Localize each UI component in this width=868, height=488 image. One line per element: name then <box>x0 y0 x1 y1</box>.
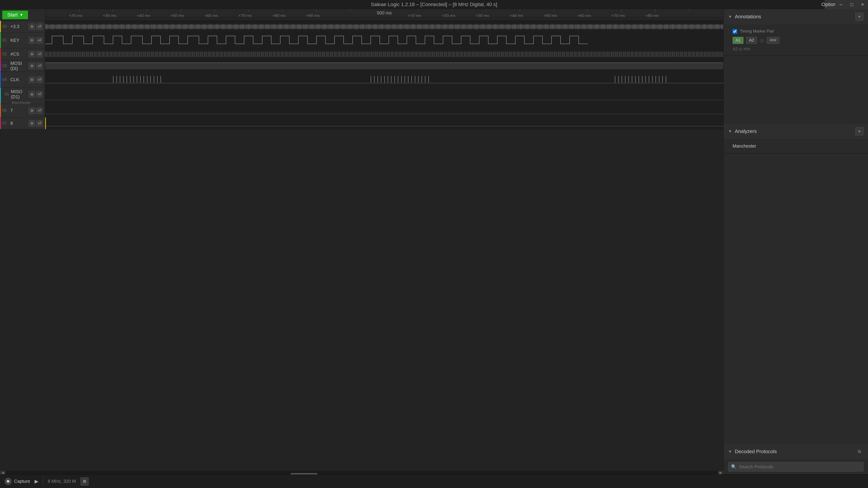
channel-label-4: 04 CLK ⚙ +F <box>0 72 45 88</box>
channel-waveform-7 <box>45 118 723 129</box>
channel-gear-3[interactable]: ⚙ <box>29 63 35 69</box>
channel-gear-1[interactable]: ⚙ <box>29 37 35 43</box>
channel-marker-1 <box>0 33 1 48</box>
options-button[interactable]: Options <box>825 0 835 9</box>
channel-marker-6 <box>0 104 1 117</box>
analyzers-section: ▼ Analyzers + Manchester <box>723 124 868 153</box>
statusbar: ⏺ Capture ▶ 8 MHz, 320 M ⚙ <box>0 475 868 488</box>
svg-text:+50 ms: +50 ms <box>170 13 184 17</box>
channel-waveform-5 <box>45 88 723 104</box>
channel-plus-1[interactable]: +F <box>36 37 43 43</box>
svg-text:+80 ms: +80 ms <box>645 13 659 17</box>
svg-rect-70 <box>428 76 429 83</box>
svg-rect-51 <box>157 76 158 83</box>
hash-display: ### <box>767 37 779 44</box>
svg-rect-75 <box>628 76 629 83</box>
channel-plus-5[interactable]: +F <box>36 91 43 97</box>
svg-rect-63 <box>405 76 405 83</box>
svg-rect-76 <box>632 76 632 83</box>
channel-gear-0[interactable]: ⚙ <box>29 24 35 30</box>
svg-rect-64 <box>408 76 408 83</box>
channel-label-5: 05 MISO (D1) ⚙ +F Manchester · Mancheste… <box>0 88 45 104</box>
search-icon: 🔍 <box>731 464 737 469</box>
spacer-2 <box>723 153 868 444</box>
maximize-button[interactable]: □ <box>846 0 857 9</box>
search-protocols-input[interactable] <box>739 464 861 469</box>
minimize-button[interactable]: – <box>835 0 846 9</box>
svg-rect-47 <box>144 76 144 83</box>
channel-marker-5 <box>0 88 1 104</box>
svg-text:+40 ms: +40 ms <box>137 13 150 17</box>
svg-rect-71 <box>615 76 615 83</box>
svg-rect-73 <box>622 76 622 83</box>
a1-button[interactable]: A1 <box>733 37 743 44</box>
close-button[interactable]: × <box>857 0 868 9</box>
channel-plus-2[interactable]: +F <box>36 51 43 57</box>
channel-gear-5[interactable]: ⚙ <box>29 91 35 97</box>
svg-rect-81 <box>649 76 649 83</box>
channel-row-2: 02 #CS ⚙ +F <box>0 49 723 60</box>
svg-rect-38 <box>113 76 114 83</box>
ruler-svg: +20 ms +30 ms +40 ms +50 ms +60 ms +70 m… <box>45 9 723 17</box>
channel-label-6: 06 7 ⚙ +F <box>0 104 45 117</box>
channel-marker-7 <box>0 118 1 129</box>
svg-rect-78 <box>639 76 639 83</box>
right-panel: ▼ Annotations + Timing Marker Pair A1 A2… <box>723 9 868 475</box>
analyzers-content: Manchester <box>723 139 868 153</box>
channel-gear-6[interactable]: ⚙ <box>29 108 35 114</box>
channel-plus-7[interactable]: +F <box>36 120 43 127</box>
svg-rect-74 <box>625 76 625 83</box>
channel-waveform-1 <box>45 33 723 49</box>
channel-row-4: 04 CLK ⚙ +F <box>0 72 723 88</box>
channel-gear-4[interactable]: ⚙ <box>29 77 35 83</box>
channel-plus-6[interactable]: +F <box>36 108 43 114</box>
svg-text:+10 ms: +10 ms <box>408 13 422 17</box>
search-protocols-box: 🔍 <box>728 462 864 471</box>
svg-rect-50 <box>154 76 154 83</box>
svg-rect-67 <box>418 76 418 83</box>
titlebar-controls: Options – □ × <box>825 0 868 9</box>
channel-plus-0[interactable]: +F <box>36 24 43 30</box>
svg-rect-72 <box>618 76 619 83</box>
channel-waveform-3 <box>45 60 723 72</box>
decoded-protocols-settings-button[interactable]: ⚙ <box>855 448 864 456</box>
svg-rect-42 <box>127 76 127 83</box>
decoded-protocols-header[interactable]: ▼ Decoded Protocols ⚙ <box>723 444 868 459</box>
channel-gear-7[interactable]: ⚙ <box>29 120 35 127</box>
channel-marker-4 <box>0 72 1 88</box>
playhead-line <box>45 118 46 129</box>
svg-text:+40 ms: +40 ms <box>510 13 523 17</box>
analyzers-header[interactable]: ▼ Analyzers + <box>723 124 868 139</box>
channel-area: Start ▼ 500 ms <box>0 9 723 475</box>
title-text: Saleae Logic 1.2.18 – [Connected] – [8 M… <box>371 2 497 7</box>
svg-rect-37 <box>45 83 723 84</box>
svg-text:+20 ms: +20 ms <box>442 13 456 17</box>
channel-plus-3[interactable]: +F <box>36 63 43 69</box>
channel-waveform-6 <box>45 104 723 118</box>
a2-button[interactable]: A2 <box>746 37 757 44</box>
capture-button[interactable]: ⏺ Capture <box>4 478 30 485</box>
channel-waveform-2 <box>45 49 723 60</box>
channel-gear-2[interactable]: ⚙ <box>29 51 35 57</box>
svg-rect-56 <box>381 76 381 83</box>
timing-marker-row: Timing Marker Pair <box>728 27 864 35</box>
svg-rect-77 <box>635 76 636 83</box>
annotations-add-button[interactable]: + <box>855 13 864 21</box>
scroll-left-arrow[interactable]: ◀ <box>0 471 5 475</box>
timing-marker-checkbox[interactable] <box>733 29 737 34</box>
decoded-protocols-title: Decoded Protocols <box>735 449 854 455</box>
svg-rect-53 <box>371 76 371 83</box>
channel-plus-4[interactable]: +F <box>36 77 43 83</box>
annotations-header[interactable]: ▼ Annotations + <box>723 9 868 24</box>
capture-settings-button[interactable]: ⚙ <box>81 477 89 486</box>
capture-forward-button[interactable]: ▶ <box>35 479 38 484</box>
toolbar-row: Start ▼ 500 ms <box>0 9 723 21</box>
timing-marker-label: Timing Marker Pair <box>740 29 774 34</box>
channel-waveform-4 <box>45 72 723 88</box>
channel-row-3: 03 MOSI (DI) ⚙ +F <box>0 60 723 72</box>
svg-rect-85 <box>662 76 663 83</box>
start-button[interactable]: Start ▼ <box>2 11 28 19</box>
analyzers-add-button[interactable]: + <box>855 127 864 135</box>
a1-a2-row: A1 A2 ◎ ### <box>728 35 864 45</box>
scroll-right-arrow[interactable]: ▶ <box>718 471 723 475</box>
